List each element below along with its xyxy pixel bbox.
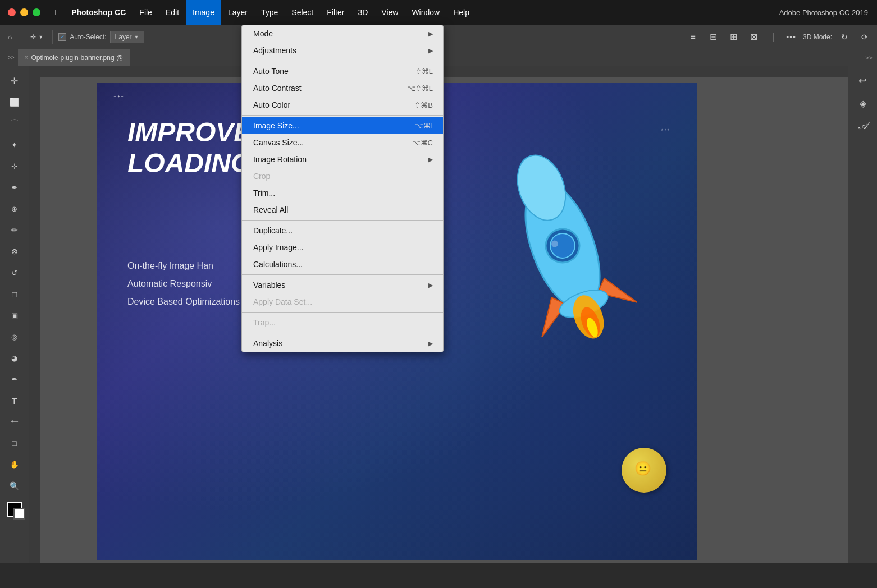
menubar-window[interactable]: Window [405, 0, 446, 25]
clone-stamp-tool[interactable]: ⊗ [4, 241, 25, 261]
spot-healing-tool[interactable]: ⊕ [4, 199, 25, 219]
menu-item-duplicate[interactable]: Duplicate... [242, 222, 443, 239]
mode-icon-2[interactable]: ⟳ [857, 29, 873, 45]
menu-item-variables[interactable]: Variables ▶ [242, 277, 443, 293]
menubar-file[interactable]: File [133, 0, 159, 25]
star-decoration: ✦ ✦ ✦ [113, 94, 124, 98]
menu-arrow-mode: ▶ [428, 30, 433, 38]
align-right-icon[interactable]: ⊠ [746, 29, 761, 45]
align-center-v-icon[interactable]: ⊞ [725, 29, 741, 45]
menu-shortcut-auto-color: ⇧⌘B [414, 101, 433, 109]
zoom-tool[interactable]: 🔍 [4, 476, 25, 496]
hand-tool[interactable]: ✋ [4, 454, 25, 475]
menu-item-auto-contrast-label: Auto Contrast [253, 84, 302, 93]
move-tool[interactable]: ✛ [4, 71, 25, 91]
menu-item-duplicate-label: Duplicate... [253, 226, 293, 235]
auto-select-dropdown[interactable]: Layer ▼ [110, 31, 144, 43]
rectangular-marquee-tool[interactable]: ⬜ [4, 92, 25, 112]
menubar-3d[interactable]: 3D [351, 0, 374, 25]
menu-item-calculations[interactable]: Calculations... [242, 256, 443, 273]
panel-icon-2[interactable]: ◈ [853, 93, 873, 113]
menubar-app-name[interactable]: Photoshop CC [65, 0, 133, 25]
menubar-image[interactable]: Image [186, 0, 221, 25]
menu-item-apply-image[interactable]: Apply Image... [242, 239, 443, 256]
menubar-select[interactable]: Select [285, 0, 320, 25]
shape-tool[interactable]: □ [4, 433, 25, 453]
menu-divider-4 [242, 274, 443, 275]
menubar-type[interactable]: Type [254, 0, 285, 25]
align-left-icon[interactable]: ≡ [685, 29, 701, 45]
menubar-view[interactable]: View [374, 0, 405, 25]
tab-scroll-button[interactable]: >> [4, 54, 18, 61]
traffic-lights [0, 8, 48, 16]
move-dropdown-arrow: ▼ [38, 34, 43, 40]
menu-item-image-rotation-label: Image Rotation [253, 155, 307, 164]
close-button[interactable] [8, 8, 16, 16]
menu-item-auto-color[interactable]: Auto Color ⇧⌘B [242, 97, 443, 113]
path-select-tool[interactable]: ⭠ [4, 412, 25, 432]
menu-item-analysis[interactable]: Analysis ▶ [242, 335, 443, 352]
menubar-edit[interactable]: Edit [159, 0, 186, 25]
panel-icon-3[interactable]: 𝒜 [853, 116, 873, 136]
menu-item-canvas-size[interactable]: Canvas Size... ⌥⌘C [242, 134, 443, 151]
mode-icon-1[interactable]: ↻ [837, 29, 852, 45]
auto-select-label-text: Auto-Select: [70, 33, 106, 41]
eyedropper-tool[interactable]: ✒ [4, 177, 25, 197]
menu-item-mode[interactable]: Mode ▶ [242, 25, 443, 42]
menu-item-mode-label: Mode [253, 29, 273, 38]
menu-item-trap-label: Trap... [253, 318, 276, 327]
brush-tool[interactable]: ✏ [4, 220, 25, 240]
menubar-filter[interactable]: Filter [320, 0, 351, 25]
align-center-h-icon[interactable]: ⊟ [705, 29, 721, 45]
menu-item-auto-contrast[interactable]: Auto Contrast ⌥⇧⌘L [242, 80, 443, 97]
menu-item-adjustments[interactable]: Adjustments ▶ [242, 42, 443, 59]
minimize-button[interactable] [20, 8, 28, 16]
crop-tool[interactable]: ⊹ [4, 156, 25, 176]
sub-text-2: Automatic Responsiv [127, 275, 240, 293]
menu-arrow-variables: ▶ [428, 282, 433, 289]
menu-item-apply-data-set: Apply Data Set... [242, 293, 443, 310]
menu-item-trim[interactable]: Trim... [242, 185, 443, 201]
foreground-color[interactable] [7, 502, 22, 517]
blur-tool[interactable]: ◎ [4, 327, 25, 347]
menu-divider-5 [242, 312, 443, 313]
menu-item-canvas-size-label: Canvas Size... [253, 138, 304, 147]
fullscreen-button[interactable] [33, 8, 40, 16]
menu-item-apply-data-set-label: Apply Data Set... [253, 297, 312, 306]
history-brush-tool[interactable]: ↺ [4, 263, 25, 283]
window-title: Adobe Photoshop CC 2019 [779, 8, 877, 17]
toolbar-separator-1 [21, 30, 21, 44]
lasso-tool[interactable]: ⌒ [4, 113, 25, 134]
move-icon: ✛ [30, 33, 36, 41]
home-button[interactable]: ⌂ [4, 31, 15, 43]
pen-tool[interactable]: ✒ [4, 369, 25, 389]
menubar-layer[interactable]: Layer [221, 0, 254, 25]
dodge-tool[interactable]: ◕ [4, 348, 25, 368]
panel-icon-1[interactable]: ↩ [853, 71, 873, 91]
text-tool[interactable]: T [4, 391, 25, 411]
background-color[interactable] [13, 508, 25, 520]
move-tool-options[interactable]: ✛ ▼ [27, 31, 47, 43]
document-tab[interactable]: × Optimole-plugin-banner.png @ [18, 49, 130, 66]
menu-item-image-rotation[interactable]: Image Rotation ▶ [242, 151, 443, 168]
planet-illustration: 😐 [622, 448, 666, 493]
menu-arrow-rotation: ▶ [428, 156, 433, 163]
toolbar-separator-2 [52, 30, 53, 44]
menubar-help[interactable]: Help [446, 0, 476, 25]
gradient-tool[interactable]: ▣ [4, 305, 25, 325]
panel-toggle-right[interactable]: >> [865, 54, 877, 61]
tab-filename: Optimole-plugin-banner.png @ [31, 54, 124, 62]
menu-divider-1 [242, 61, 443, 61]
menu-arrow-analysis: ▶ [428, 340, 433, 347]
menu-item-image-size[interactable]: Image Size... ⌥⌘I [242, 117, 443, 134]
menu-item-auto-tone[interactable]: Auto Tone ⇧⌘L [242, 63, 443, 80]
ruler-vertical [29, 66, 40, 563]
eraser-tool[interactable]: ◻ [4, 284, 25, 304]
menubar-apple[interactable]:  [48, 0, 65, 25]
more-options-button[interactable]: ••• [786, 33, 796, 42]
auto-select-checkbox[interactable]: ✓ [58, 33, 66, 41]
align-bar-icon[interactable]: | [766, 29, 782, 45]
magic-wand-tool[interactable]: ✦ [4, 135, 25, 155]
menu-item-reveal-all[interactable]: Reveal All [242, 201, 443, 218]
tab-close-button[interactable]: × [25, 54, 28, 61]
